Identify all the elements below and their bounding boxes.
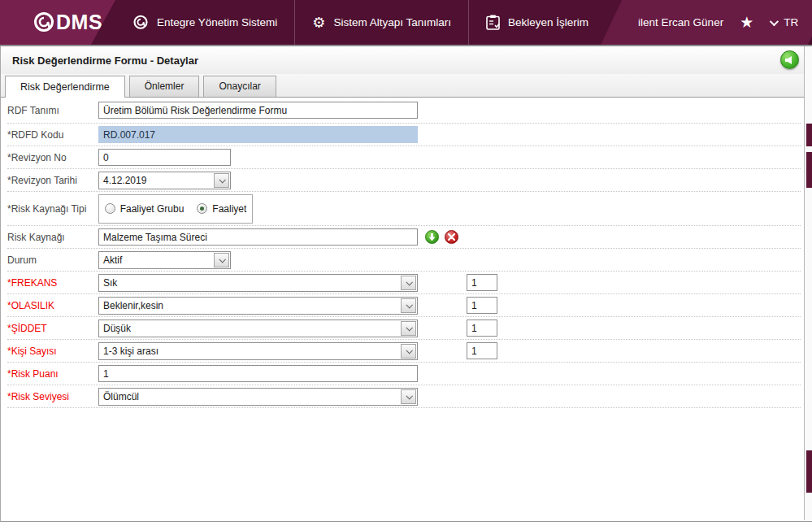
revizyon-tarihi-value: 4.12.2019 [99, 175, 146, 186]
arrow-down-icon [428, 233, 436, 241]
row-risk-kaynagi: Risk Kaynağı [7, 226, 801, 249]
back-arrow-icon [785, 56, 792, 64]
qdms-logo: DMS [33, 11, 102, 34]
chevron-down-icon [401, 276, 416, 290]
menu-item-label: Bekleyen İşlerim [508, 16, 588, 28]
siddet-score-input[interactable] [467, 320, 497, 337]
menu-item-entegre-yonetim-sistemi[interactable]: Entegre Yönetim Sistemi [115, 0, 294, 45]
page-title: Risk Değerlendirme Formu - Detaylar [12, 54, 198, 67]
risk-kaynagi-label: Risk Kaynağı [7, 232, 98, 243]
strip-fragment [806, 450, 812, 493]
olasilik-select[interactable]: Beklenir,kesin [98, 297, 418, 315]
chevron-down-icon [214, 173, 229, 188]
revizyon-no-label: *Revizyon No [7, 152, 98, 163]
logo-section[interactable]: DMS [0, 0, 115, 45]
chevron-down-icon [401, 321, 416, 336]
bottom-spacer [0, 522, 812, 526]
page-header: Risk Değerlendirme Formu - Detaylar [0, 46, 812, 74]
risk-puani-input[interactable] [98, 365, 418, 382]
radio-faaliyet[interactable]: Faaliyet [197, 203, 246, 215]
frekans-value: Sık [99, 277, 117, 289]
user-section: ilent Ercan Güner ★ TR [601, 0, 812, 45]
clear-risk-source-button[interactable] [445, 230, 458, 244]
tab-onaycilar[interactable]: Onaycılar [203, 76, 276, 97]
right-edge-strip[interactable] [804, 46, 812, 520]
row-rdfd-kodu: *RDFD Kodu RD.007.017 [7, 124, 801, 146]
chevron-down-icon [770, 16, 779, 25]
risk-seviyesi-label: *Risk Seviyesi [7, 391, 98, 402]
user-name[interactable]: ilent Ercan Güner [638, 16, 723, 28]
row-risk-puani: *Risk Puanı [7, 363, 801, 385]
menu-item-bekleyen-islerim[interactable]: Bekleyen İşlerim [469, 0, 606, 45]
siddet-select[interactable]: Düşük [98, 320, 418, 337]
star-icon[interactable]: ★ [740, 15, 753, 30]
row-rdf-tanimi: RDF Tanımı [7, 98, 801, 124]
menu-item-sistem-altyapi-tanimlari[interactable]: ⚙ Sistem Altyapı Tanımları [295, 0, 468, 45]
row-revizyon-no: *Revizyon No [7, 146, 801, 169]
risk-kaynagi-tipi-group: Faaliyet Grubu Faaliyet [98, 194, 253, 224]
form-content: RDF Tanımı *RDFD Kodu RD.007.017 *Revizy… [0, 98, 812, 522]
radio-label: Faaliyet [212, 203, 246, 215]
chevron-down-icon [401, 344, 416, 359]
strip-fragment [806, 152, 812, 188]
tab-risk-degerlendirme[interactable]: Risk Değerlendirme [5, 76, 125, 98]
rdf-tanimi-label: RDF Tanımı [7, 105, 98, 116]
rdfd-kodu-label: *RDFD Kodu [7, 129, 98, 141]
kisi-sayisi-value: 1-3 kişi arası [99, 346, 158, 357]
row-durum: Durum Aktif [7, 249, 801, 272]
kisi-sayisi-select[interactable]: 1-3 kişi arası [98, 342, 418, 360]
tab-bar: Risk Değerlendirme Önlemler Onaycılar [0, 74, 812, 98]
risk-kaynagi-input[interactable] [98, 228, 418, 246]
row-olasilik: *OLASILIK Beklenir,kesin [7, 294, 801, 317]
language-selector[interactable]: TR [770, 16, 798, 28]
chevron-down-icon [401, 298, 416, 313]
chevron-down-icon [401, 389, 416, 404]
row-revizyon-tarihi: *Revizyon Tarihi 4.12.2019 [7, 169, 801, 192]
qdms-mini-icon [132, 15, 149, 31]
siddet-value: Düşük [99, 323, 131, 334]
durum-select[interactable]: Aktif [98, 251, 231, 269]
row-risk-kaynagi-tipi: *Risk Kaynağı Tipi Faaliyet Grubu Faaliy… [7, 192, 801, 226]
siddet-label: *ŞİDDET [7, 323, 98, 334]
radio-icon [105, 203, 115, 214]
chevron-down-icon [214, 253, 229, 267]
row-kisi-sayisi: *Kişi Sayısı 1-3 kişi arası [7, 340, 801, 363]
durum-value: Aktif [99, 254, 122, 266]
radio-checked-icon [197, 203, 207, 214]
row-risk-seviyesi: *Risk Seviyesi Ölümcül [7, 385, 801, 408]
risk-seviyesi-select[interactable]: Ölümcül [98, 388, 418, 406]
select-risk-source-button[interactable] [425, 230, 439, 244]
radio-faaliyet-grubu[interactable]: Faaliyet Grubu [105, 203, 185, 215]
menu-item-label: Entegre Yönetim Sistemi [157, 16, 277, 28]
strip-fragment [806, 124, 812, 146]
frekans-select[interactable]: Sık [98, 274, 418, 292]
risk-seviyesi-value: Ölümcül [99, 391, 139, 402]
revizyon-no-input[interactable] [98, 149, 231, 166]
kisi-sayisi-label: *Kişi Sayısı [7, 346, 98, 357]
frekans-score-input[interactable] [467, 274, 497, 291]
risk-puani-label: *Risk Puanı [7, 368, 98, 380]
radio-label: Faaliyet Grubu [120, 203, 185, 215]
top-navigation-bar: DMS Entegre Yönetim Sistemi ⚙ Sistem Alt… [0, 0, 812, 45]
language-label: TR [784, 16, 798, 28]
back-button[interactable] [780, 50, 799, 69]
qdms-logo-icon [33, 11, 55, 34]
durum-label: Durum [7, 254, 98, 266]
logo-text: DMS [56, 11, 102, 34]
olasilik-value: Beklenir,kesin [99, 300, 163, 311]
revizyon-tarihi-label: *Revizyon Tarihi [7, 175, 98, 186]
tab-onlemler[interactable]: Önlemler [129, 76, 200, 97]
olasilik-score-input[interactable] [467, 297, 497, 314]
gear-icon: ⚙ [312, 15, 325, 30]
olasilik-label: *OLASILIK [7, 300, 98, 311]
risk-kaynagi-tipi-label: *Risk Kaynağı Tipi [7, 203, 98, 215]
clipboard-check-icon [486, 15, 500, 30]
kisi-sayisi-score-input[interactable] [467, 342, 497, 359]
row-siddet: *ŞİDDET Düşük [7, 317, 801, 340]
row-frekans: *FREKANS Sık [7, 272, 801, 294]
revizyon-tarihi-select[interactable]: 4.12.2019 [98, 172, 231, 189]
frekans-label: *FREKANS [7, 277, 98, 289]
rdf-tanimi-input[interactable] [98, 102, 418, 119]
menu-item-label: Sistem Altyapı Tanımları [333, 16, 451, 28]
x-icon [448, 233, 455, 241]
